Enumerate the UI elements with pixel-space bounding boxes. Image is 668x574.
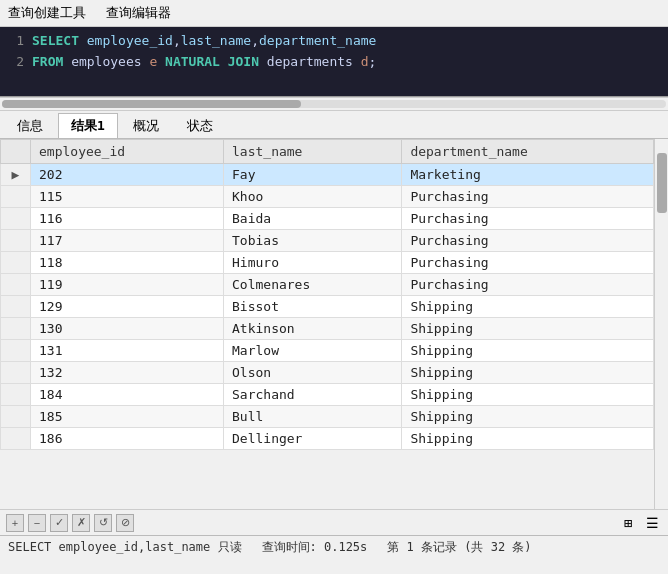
table-row[interactable]: 131MarlowShipping — [1, 340, 654, 362]
horizontal-scrollbar[interactable] — [0, 97, 668, 111]
line-number-2: 2 — [8, 52, 24, 73]
hscroll-track[interactable] — [2, 100, 666, 108]
cell-employee_id[interactable]: 119 — [31, 274, 224, 296]
status-record-info: 第 1 条记录 (共 32 条) — [387, 539, 531, 556]
cell-last_name[interactable]: Atkinson — [224, 318, 402, 340]
table-container[interactable]: employee_id last_name department_name ▶2… — [0, 139, 668, 509]
cell-department_name[interactable]: Shipping — [402, 318, 654, 340]
table-row[interactable]: 129BissotShipping — [1, 296, 654, 318]
cell-last_name[interactable]: Sarchand — [224, 384, 402, 406]
cell-department_name[interactable]: Shipping — [402, 296, 654, 318]
col-employee-id: employee_id — [87, 33, 173, 48]
tab-result1[interactable]: 结果1 — [58, 113, 118, 138]
menu-query-builder[interactable]: 查询创建工具 — [4, 2, 90, 24]
row-indicator — [1, 274, 31, 296]
col-last-name: last_name — [181, 33, 251, 48]
tab-status[interactable]: 状态 — [174, 113, 226, 138]
table-row[interactable]: 115KhooPurchasing — [1, 186, 654, 208]
cell-last_name[interactable]: Dellinger — [224, 428, 402, 450]
grid-view-icon[interactable]: ⊞ — [618, 514, 638, 532]
cell-department_name[interactable]: Shipping — [402, 384, 654, 406]
confirm-button[interactable]: ✓ — [50, 514, 68, 532]
row-indicator — [1, 252, 31, 274]
alias-d: d — [361, 54, 369, 69]
table-row[interactable]: 132OlsonShipping — [1, 362, 654, 384]
status-bar: SELECT employee_id,last_name 只读 查询时间: 0.… — [0, 535, 668, 559]
row-indicator — [1, 362, 31, 384]
list-view-icon[interactable]: ☰ — [642, 514, 662, 532]
cell-last_name[interactable]: Himuro — [224, 252, 402, 274]
cell-department_name[interactable]: Shipping — [402, 428, 654, 450]
vscroll-thumb[interactable] — [657, 153, 667, 213]
cell-department_name[interactable]: Purchasing — [402, 252, 654, 274]
cell-department_name[interactable]: Purchasing — [402, 208, 654, 230]
table-row[interactable]: 186DellingerShipping — [1, 428, 654, 450]
cell-employee_id[interactable]: 117 — [31, 230, 224, 252]
results-table: employee_id last_name department_name ▶2… — [0, 139, 654, 450]
cell-employee_id[interactable]: 118 — [31, 252, 224, 274]
cell-last_name[interactable]: Bull — [224, 406, 402, 428]
sql-editor[interactable]: 1 SELECT employee_id,last_name,departmen… — [0, 27, 668, 97]
table-row[interactable]: ▶202FayMarketing — [1, 164, 654, 186]
table-row[interactable]: 116BaidaPurchasing — [1, 208, 654, 230]
cell-last_name[interactable]: Colmenares — [224, 274, 402, 296]
row-indicator: ▶ — [1, 164, 31, 186]
table-row[interactable]: 117TobiasPurchasing — [1, 230, 654, 252]
tab-info[interactable]: 信息 — [4, 113, 56, 138]
cell-employee_id[interactable]: 115 — [31, 186, 224, 208]
cell-employee_id[interactable]: 186 — [31, 428, 224, 450]
keyword-from: FROM — [32, 54, 71, 69]
cell-employee_id[interactable]: 202 — [31, 164, 224, 186]
row-indicator — [1, 428, 31, 450]
hscroll-thumb[interactable] — [2, 100, 301, 108]
results-area: employee_id last_name department_name ▶2… — [0, 139, 668, 509]
tab-overview[interactable]: 概况 — [120, 113, 172, 138]
remove-row-button[interactable]: − — [28, 514, 46, 532]
vertical-scrollbar[interactable] — [654, 139, 668, 509]
cancel-button[interactable]: ✗ — [72, 514, 90, 532]
table-row[interactable]: 184SarchandShipping — [1, 384, 654, 406]
cell-last_name[interactable]: Bissot — [224, 296, 402, 318]
menu-bar: 查询创建工具 查询编辑器 — [0, 0, 668, 27]
refresh-button[interactable]: ↺ — [94, 514, 112, 532]
comma1: , — [173, 33, 181, 48]
editor-line-2-content: FROM employees e NATURAL JOIN department… — [32, 52, 376, 73]
table-row[interactable]: 185BullShipping — [1, 406, 654, 428]
cell-last_name[interactable]: Baida — [224, 208, 402, 230]
cell-department_name[interactable]: Purchasing — [402, 274, 654, 296]
cell-department_name[interactable]: Purchasing — [402, 186, 654, 208]
th-indicator — [1, 140, 31, 164]
cell-department_name[interactable]: Shipping — [402, 340, 654, 362]
cell-employee_id[interactable]: 132 — [31, 362, 224, 384]
row-indicator — [1, 230, 31, 252]
cell-last_name[interactable]: Marlow — [224, 340, 402, 362]
cell-last_name[interactable]: Olson — [224, 362, 402, 384]
table-row[interactable]: 130AtkinsonShipping — [1, 318, 654, 340]
cell-employee_id[interactable]: 116 — [31, 208, 224, 230]
cell-department_name[interactable]: Shipping — [402, 406, 654, 428]
table-row[interactable]: 118HimuroPurchasing — [1, 252, 654, 274]
add-row-button[interactable]: + — [6, 514, 24, 532]
table-row[interactable]: 119ColmenaresPurchasing — [1, 274, 654, 296]
cell-department_name[interactable]: Purchasing — [402, 230, 654, 252]
cell-employee_id[interactable]: 131 — [31, 340, 224, 362]
cell-employee_id[interactable]: 184 — [31, 384, 224, 406]
cell-employee_id[interactable]: 185 — [31, 406, 224, 428]
cell-last_name[interactable]: Tobias — [224, 230, 402, 252]
row-indicator — [1, 384, 31, 406]
cell-last_name[interactable]: Fay — [224, 164, 402, 186]
editor-line-1-content: SELECT employee_id,last_name,department_… — [32, 31, 376, 52]
menu-query-editor[interactable]: 查询编辑器 — [102, 2, 175, 24]
th-employee-id[interactable]: employee_id — [31, 140, 224, 164]
th-department-name[interactable]: department_name — [402, 140, 654, 164]
cell-employee_id[interactable]: 130 — [31, 318, 224, 340]
editor-line-2: 2 FROM employees e NATURAL JOIN departme… — [8, 52, 660, 73]
cell-department_name[interactable]: Marketing — [402, 164, 654, 186]
cell-department_name[interactable]: Shipping — [402, 362, 654, 384]
cell-last_name[interactable]: Khoo — [224, 186, 402, 208]
th-last-name[interactable]: last_name — [224, 140, 402, 164]
cell-employee_id[interactable]: 129 — [31, 296, 224, 318]
comma2: , — [251, 33, 259, 48]
clear-button[interactable]: ⊘ — [116, 514, 134, 532]
row-indicator — [1, 318, 31, 340]
